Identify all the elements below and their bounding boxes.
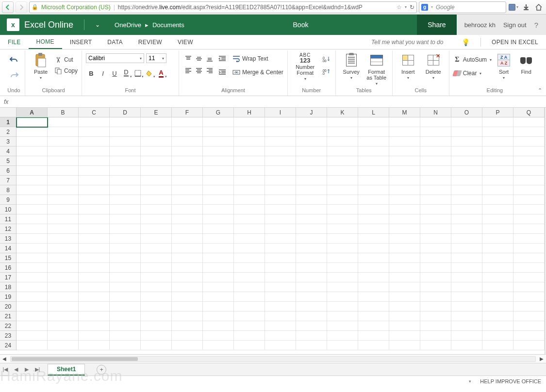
cell[interactable] (451, 137, 482, 147)
cell[interactable] (79, 117, 110, 127)
bookmark-page-button[interactable]: ▾ (508, 2, 519, 13)
cell[interactable] (420, 137, 451, 147)
cell[interactable] (141, 185, 172, 195)
cell[interactable] (389, 253, 420, 263)
lightbulb-icon[interactable]: 💡 (462, 38, 470, 46)
cell[interactable] (234, 224, 265, 234)
cell[interactable] (327, 117, 358, 127)
cell[interactable] (327, 205, 358, 214)
cell[interactable] (420, 156, 451, 166)
cell[interactable] (172, 127, 203, 137)
cell[interactable] (79, 156, 110, 166)
cell[interactable] (389, 214, 420, 224)
cell[interactable] (327, 176, 358, 185)
cell[interactable] (451, 205, 482, 214)
cell[interactable] (420, 263, 451, 273)
cell[interactable] (110, 185, 141, 195)
cell[interactable] (265, 234, 296, 244)
cell[interactable] (358, 311, 389, 321)
cell[interactable] (420, 205, 451, 214)
cell[interactable] (234, 176, 265, 185)
cell[interactable] (141, 224, 172, 234)
column-header[interactable]: O (451, 108, 482, 117)
cell[interactable] (358, 166, 389, 176)
cell[interactable] (48, 331, 79, 341)
column-header[interactable]: J (296, 108, 327, 117)
cut-button[interactable]: Cut (54, 54, 78, 65)
cell[interactable] (482, 321, 513, 331)
cell[interactable] (79, 282, 110, 292)
cell[interactable] (172, 147, 203, 156)
sheet-nav-first-icon[interactable]: |◀ (0, 366, 11, 373)
font-name-select[interactable]: Calibri▾ (86, 53, 144, 63)
cell[interactable] (234, 341, 265, 350)
cell[interactable] (482, 273, 513, 282)
cell[interactable] (17, 127, 48, 137)
cell[interactable] (17, 253, 48, 263)
cell[interactable] (358, 273, 389, 282)
cell[interactable] (48, 321, 79, 331)
row-header[interactable]: 1 (0, 117, 16, 127)
cell[interactable] (296, 156, 327, 166)
cell[interactable] (513, 253, 545, 263)
cell[interactable] (482, 282, 513, 292)
cell[interactable] (48, 147, 79, 156)
cell[interactable] (513, 292, 545, 302)
cell[interactable] (203, 302, 234, 311)
cell[interactable] (79, 176, 110, 185)
cell[interactable] (513, 205, 545, 214)
cell[interactable] (482, 331, 513, 341)
cell[interactable] (234, 234, 265, 244)
cell[interactable] (141, 127, 172, 137)
cell[interactable] (17, 341, 48, 350)
cell[interactable] (234, 185, 265, 195)
row-header[interactable]: 13 (0, 234, 16, 244)
cell[interactable] (79, 253, 110, 263)
cell[interactable] (358, 137, 389, 147)
row-header[interactable]: 22 (0, 321, 16, 331)
column-header[interactable]: C (79, 108, 110, 117)
cell[interactable] (48, 263, 79, 273)
bold-button[interactable]: B (86, 68, 97, 79)
cell[interactable] (389, 127, 420, 137)
cell[interactable] (327, 224, 358, 234)
cell[interactable] (513, 224, 545, 234)
column-header[interactable]: B (48, 108, 79, 117)
cell[interactable] (110, 273, 141, 282)
cell[interactable] (48, 127, 79, 137)
cell[interactable] (513, 282, 545, 292)
cell[interactable] (79, 311, 110, 321)
cell[interactable] (265, 321, 296, 331)
cell[interactable] (513, 156, 545, 166)
cell[interactable] (482, 244, 513, 253)
cell[interactable] (110, 117, 141, 127)
cell[interactable] (358, 302, 389, 311)
column-header[interactable]: D (110, 108, 141, 117)
cell[interactable] (141, 234, 172, 244)
cell[interactable] (48, 302, 79, 311)
cell[interactable] (389, 331, 420, 341)
cell[interactable] (203, 147, 234, 156)
cell[interactable] (17, 273, 48, 282)
cell[interactable] (358, 205, 389, 214)
cell[interactable] (48, 341, 79, 350)
cell[interactable] (172, 195, 203, 205)
cell[interactable] (110, 166, 141, 176)
identity-dropdown-icon[interactable]: ▾ (405, 5, 407, 9)
cell[interactable] (296, 273, 327, 282)
cell[interactable] (141, 137, 172, 147)
cell[interactable] (513, 127, 545, 137)
cell[interactable] (451, 185, 482, 195)
decrease-indent-button[interactable] (217, 53, 228, 64)
cell[interactable] (110, 321, 141, 331)
row-header[interactable]: 11 (0, 214, 16, 224)
cell[interactable] (513, 244, 545, 253)
cell[interactable] (265, 214, 296, 224)
cell[interactable] (451, 263, 482, 273)
cell[interactable] (265, 292, 296, 302)
row-header[interactable]: 9 (0, 195, 16, 205)
cell[interactable] (513, 302, 545, 311)
row-header[interactable]: 10 (0, 205, 16, 214)
format-as-table-button[interactable]: Format as Table▾ (365, 51, 388, 86)
row-header[interactable]: 6 (0, 166, 16, 176)
